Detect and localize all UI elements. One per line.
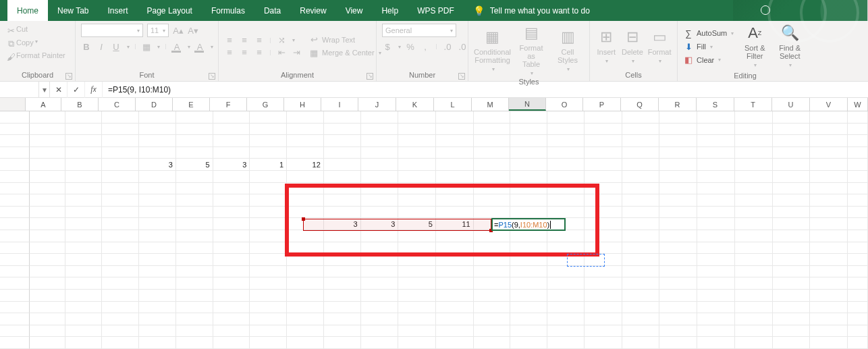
column-header-g[interactable]: G [247, 98, 284, 111]
cell-V18[interactable] [810, 313, 848, 325]
cell-R9[interactable] [659, 207, 697, 219]
cell-O6[interactable] [547, 171, 585, 183]
cell-G10[interactable] [250, 218, 287, 230]
cell-O17[interactable] [547, 302, 585, 314]
cell-F13[interactable] [213, 254, 250, 266]
cell-L18[interactable] [436, 313, 474, 325]
cell-R2[interactable] [659, 124, 697, 136]
cell-O20[interactable] [547, 337, 585, 349]
cell-B9[interactable] [65, 207, 103, 219]
cell-B15[interactable] [65, 277, 103, 290]
cell-U18[interactable] [773, 313, 811, 325]
cell-H20[interactable] [287, 337, 324, 349]
cell-T15[interactable] [735, 277, 773, 290]
cell-W6[interactable] [848, 171, 868, 183]
cell-A18[interactable] [30, 313, 65, 325]
cell-I8[interactable] [324, 194, 361, 207]
cell-I3[interactable] [324, 135, 361, 147]
cell-S6[interactable] [697, 171, 735, 183]
cell-A3[interactable] [30, 135, 65, 147]
cell-T17[interactable] [735, 302, 773, 314]
merge-center-button[interactable]: ▦Merge & Center▾ [308, 47, 381, 59]
cell-S15[interactable] [697, 277, 735, 290]
cell-O3[interactable] [547, 135, 585, 147]
bold-button[interactable]: B [81, 41, 92, 52]
cell-H10[interactable] [287, 218, 324, 230]
cell-F10[interactable] [213, 218, 250, 230]
cell-V6[interactable] [810, 171, 848, 183]
fill-button[interactable]: ⬇Fill▾ [683, 41, 713, 53]
underline-button[interactable]: U [111, 41, 121, 52]
cell-D16[interactable] [139, 290, 176, 302]
cell-T18[interactable] [735, 313, 773, 325]
cell-M1[interactable] [474, 111, 511, 124]
cell-E4[interactable] [176, 147, 213, 159]
cell-Q12[interactable] [622, 242, 660, 254]
cell-S19[interactable] [697, 325, 735, 338]
cell-R14[interactable] [659, 266, 697, 278]
tab-pagelayout[interactable]: Page Layout [138, 0, 202, 21]
history-icon[interactable] [761, 5, 770, 15]
cell-S14[interactable] [697, 266, 735, 278]
cell-N6[interactable] [510, 171, 547, 183]
cell-B12[interactable] [65, 242, 103, 254]
cell-T6[interactable] [735, 171, 773, 183]
cell-H3[interactable] [287, 135, 324, 147]
cell-J19[interactable] [361, 325, 399, 338]
copy-button[interactable]: ⧉Copy▾ [5, 38, 38, 51]
cell-K18[interactable] [398, 313, 436, 325]
cell-U13[interactable] [773, 254, 811, 266]
insert-function-button[interactable]: fx [85, 82, 103, 98]
row-header-4[interactable] [0, 147, 30, 159]
dialog-launcher-icon[interactable]: ↘ [367, 73, 373, 80]
cell-G14[interactable] [250, 266, 287, 278]
cell-R8[interactable] [659, 194, 697, 207]
row-header-7[interactable] [0, 183, 30, 195]
cell-O9[interactable] [547, 207, 585, 219]
cell-H6[interactable] [287, 171, 324, 183]
cell-H13[interactable] [287, 254, 324, 266]
formula-input[interactable]: =P15(9, I10:M10) [103, 85, 868, 95]
cell-J2[interactable] [361, 124, 399, 136]
cell-D14[interactable] [139, 266, 176, 278]
cell-N1[interactable] [510, 111, 547, 124]
cell-R18[interactable] [659, 313, 697, 325]
cell-G5[interactable]: 1 [250, 159, 287, 171]
cell-C13[interactable] [102, 254, 139, 266]
cell-J5[interactable] [361, 159, 399, 171]
cell-H11[interactable] [287, 230, 324, 242]
cell-V8[interactable] [810, 194, 848, 207]
cell-N7[interactable] [510, 183, 547, 195]
cell-N13[interactable] [510, 254, 547, 266]
column-header-h[interactable]: H [284, 98, 321, 111]
cell-H5[interactable]: 12 [287, 159, 324, 171]
column-header-q[interactable]: Q [621, 98, 659, 111]
cell-R15[interactable] [659, 277, 697, 290]
cell-Q19[interactable] [622, 325, 660, 338]
clear-button[interactable]: ◧Clear▾ [683, 54, 721, 66]
cell-C4[interactable] [102, 147, 139, 159]
column-header-e[interactable]: E [173, 98, 210, 111]
cell-U2[interactable] [773, 124, 811, 136]
cell-U15[interactable] [773, 277, 811, 290]
cell-B8[interactable] [65, 194, 103, 207]
tab-home[interactable]: Home [7, 0, 48, 21]
decrease-indent-icon[interactable]: ⇤ [276, 47, 287, 58]
column-header-l[interactable]: L [434, 98, 472, 111]
cell-F2[interactable] [213, 124, 250, 136]
cell-V13[interactable] [810, 254, 848, 266]
cell-K5[interactable] [398, 159, 436, 171]
cell-B10[interactable] [65, 218, 103, 230]
cell-T1[interactable] [735, 111, 773, 124]
cell-B19[interactable] [65, 325, 103, 338]
cell-W1[interactable] [848, 111, 868, 124]
cell-S7[interactable] [697, 183, 735, 195]
cell-O18[interactable] [547, 313, 585, 325]
cell-O4[interactable] [547, 147, 585, 159]
cell-N14[interactable] [510, 266, 547, 278]
row-header-1[interactable] [0, 111, 30, 124]
cell-P7[interactable] [585, 183, 622, 195]
cell-U17[interactable] [773, 302, 811, 314]
cell-M14[interactable] [474, 266, 511, 278]
cell-V5[interactable] [810, 159, 848, 171]
